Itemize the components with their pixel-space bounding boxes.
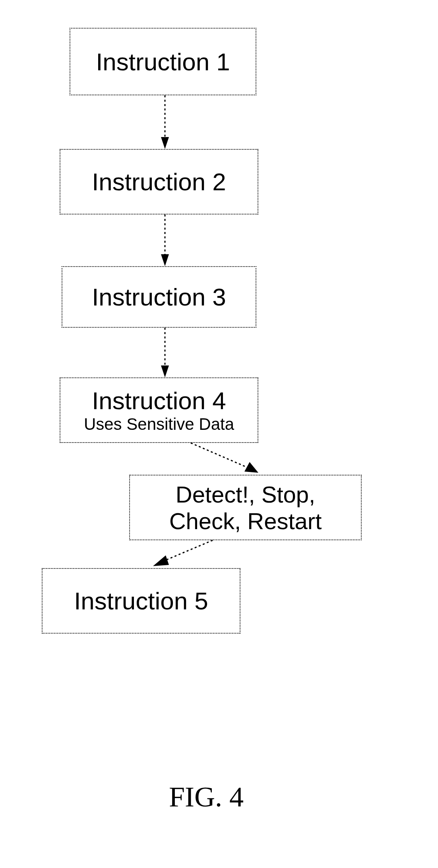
figure-caption: FIG. 4 (169, 781, 244, 814)
svg-marker-5 (161, 365, 169, 377)
svg-line-8 (161, 540, 213, 562)
svg-marker-3 (161, 254, 169, 266)
node-instruction-5-label: Instruction 5 (74, 587, 208, 615)
svg-line-6 (191, 443, 250, 469)
arrow-2-to-3 (161, 215, 169, 268)
node-instruction-3: Instruction 3 (62, 266, 256, 328)
svg-marker-9 (153, 555, 169, 566)
node-detect-line1: Detect!, Stop, (176, 481, 315, 508)
node-instruction-4-sub: Uses Sensitive Data (84, 415, 234, 434)
node-instruction-3-label: Instruction 3 (92, 283, 226, 311)
node-detect-stop-check-restart: Detect!, Stop, Check, Restart (129, 475, 362, 540)
arrow-3-to-4 (161, 328, 169, 379)
svg-marker-1 (161, 137, 169, 149)
node-instruction-1: Instruction 1 (70, 28, 256, 95)
node-instruction-4-label: Instruction 4 (92, 387, 226, 415)
node-instruction-5: Instruction 5 (42, 568, 240, 634)
arrow-1-to-2 (161, 95, 169, 151)
node-detect-line2: Check, Restart (169, 508, 322, 534)
node-instruction-2-label: Instruction 2 (92, 168, 226, 196)
node-instruction-4: Instruction 4 Uses Sensitive Data (60, 377, 258, 443)
node-instruction-1-label: Instruction 1 (96, 48, 230, 76)
node-instruction-2: Instruction 2 (60, 149, 258, 215)
svg-marker-7 (244, 462, 258, 473)
